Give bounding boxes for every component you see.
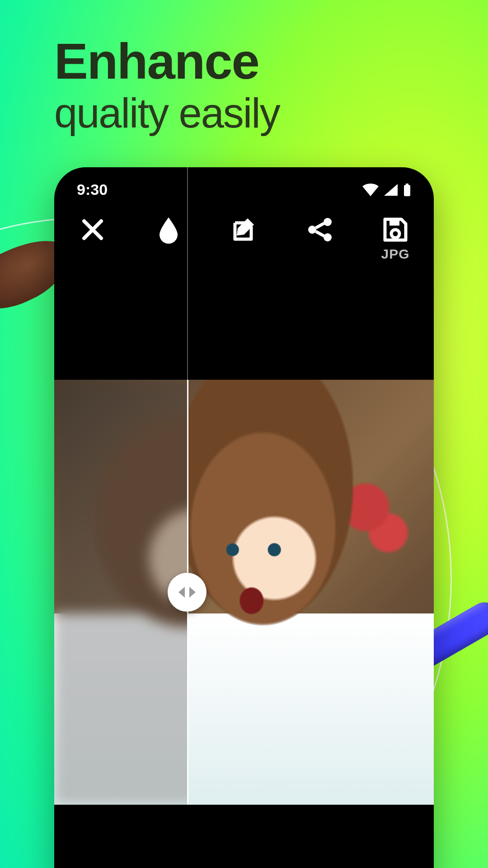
svg-rect-1 xyxy=(406,184,408,185)
chevron-left-icon xyxy=(178,587,185,598)
phone-frame: 9:30 xyxy=(54,167,434,868)
share-button[interactable] xyxy=(300,217,340,243)
droplet-icon xyxy=(158,217,179,244)
share-icon xyxy=(307,217,333,243)
wifi-icon xyxy=(362,184,379,196)
status-bar: 9:30 xyxy=(54,167,434,203)
hero-title: Enhance xyxy=(54,36,280,87)
compare-slider-handle[interactable] xyxy=(168,573,206,612)
battery-icon xyxy=(403,184,411,196)
svg-point-4 xyxy=(324,233,332,241)
save-button[interactable]: JPG xyxy=(375,217,416,262)
edit-icon xyxy=(230,217,258,244)
blur-button[interactable] xyxy=(148,217,189,244)
close-icon xyxy=(80,217,106,243)
bottom-bar xyxy=(54,805,434,868)
svg-rect-0 xyxy=(404,185,410,196)
editor-toolbar: JPG xyxy=(54,203,434,266)
status-indicators xyxy=(362,184,411,196)
save-icon xyxy=(382,217,408,243)
image-compare-preview xyxy=(54,380,434,805)
cell-signal-icon xyxy=(384,184,398,196)
chevron-right-icon xyxy=(189,587,196,598)
status-time: 9:30 xyxy=(77,181,108,198)
edit-button[interactable] xyxy=(224,217,264,244)
hero-text: Enhance quality easily xyxy=(54,36,280,136)
save-format-label: JPG xyxy=(381,246,409,262)
compare-divider-upper xyxy=(187,167,188,380)
hero-subtitle: quality easily xyxy=(54,90,280,136)
svg-point-2 xyxy=(324,218,332,226)
close-button[interactable] xyxy=(72,217,113,243)
svg-rect-5 xyxy=(389,219,399,226)
svg-point-6 xyxy=(391,230,399,238)
svg-point-3 xyxy=(308,226,316,234)
